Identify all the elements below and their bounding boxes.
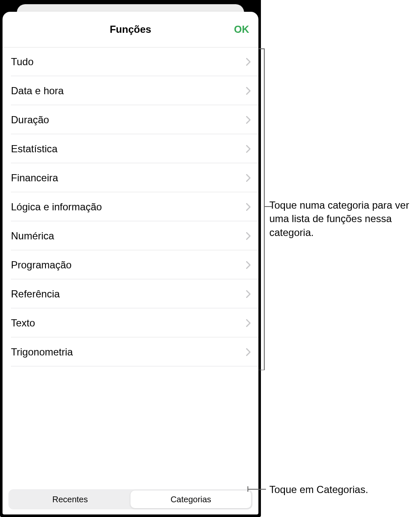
- chevron-right-icon: [246, 261, 251, 269]
- category-label: Programação: [11, 259, 72, 271]
- segment-categorias[interactable]: Categorias: [130, 490, 251, 508]
- category-row-logica-informacao[interactable]: Lógica e informação: [3, 192, 258, 221]
- category-label: Referência: [11, 288, 60, 300]
- segmented-control-wrap: Recentes Categorias: [3, 489, 258, 514]
- category-label: Estatística: [11, 143, 58, 155]
- category-label: Numérica: [11, 230, 54, 242]
- chevron-right-icon: [246, 116, 251, 124]
- chevron-right-icon: [246, 232, 251, 240]
- chevron-right-icon: [246, 174, 251, 182]
- callout-leader-line-icon: [247, 489, 266, 490]
- category-row-tudo[interactable]: Tudo: [3, 47, 258, 76]
- category-label: Duração: [11, 114, 49, 126]
- category-row-duracao[interactable]: Duração: [3, 105, 258, 134]
- chevron-right-icon: [246, 290, 251, 298]
- category-row-trigonometria[interactable]: Trigonometria: [3, 337, 258, 366]
- category-label: Tudo: [11, 56, 34, 68]
- functions-sheet: Funções OK Tudo Data e hora Duração: [3, 12, 258, 514]
- category-row-financeira[interactable]: Financeira: [3, 163, 258, 192]
- chevron-right-icon: [246, 145, 251, 153]
- segmented-control: Recentes Categorias: [8, 489, 253, 509]
- segment-recentes[interactable]: Recentes: [10, 490, 130, 508]
- category-label: Financeira: [11, 172, 58, 184]
- callout-segmented: Toque em Categorias.: [269, 483, 419, 496]
- category-label: Data e hora: [11, 85, 64, 97]
- chevron-right-icon: [246, 87, 251, 95]
- category-row-estatistica[interactable]: Estatística: [3, 134, 258, 163]
- category-row-referencia[interactable]: Referência: [3, 279, 258, 308]
- category-list: Tudo Data e hora Duração Estatística: [3, 47, 258, 489]
- category-row-data-e-hora[interactable]: Data e hora: [3, 76, 258, 105]
- category-label: Lógica e informação: [11, 201, 102, 213]
- sheet-header: Funções OK: [3, 12, 258, 47]
- category-row-programacao[interactable]: Programação: [3, 250, 258, 279]
- ok-button[interactable]: OK: [234, 24, 249, 35]
- category-label: Texto: [11, 317, 35, 329]
- chevron-right-icon: [246, 319, 251, 327]
- chevron-right-icon: [246, 203, 251, 211]
- category-row-texto[interactable]: Texto: [3, 308, 258, 337]
- chevron-right-icon: [246, 58, 251, 66]
- sheet-title: Funções: [110, 24, 152, 35]
- chevron-right-icon: [246, 348, 251, 356]
- category-row-numerica[interactable]: Numérica: [3, 221, 258, 250]
- callout-list: Toque numa categoria para ver uma lista …: [269, 199, 419, 239]
- category-label: Trigonometria: [11, 346, 73, 358]
- callout-bracket-icon: [259, 48, 266, 370]
- device-frame: Funções OK Tudo Data e hora Duração: [0, 0, 261, 517]
